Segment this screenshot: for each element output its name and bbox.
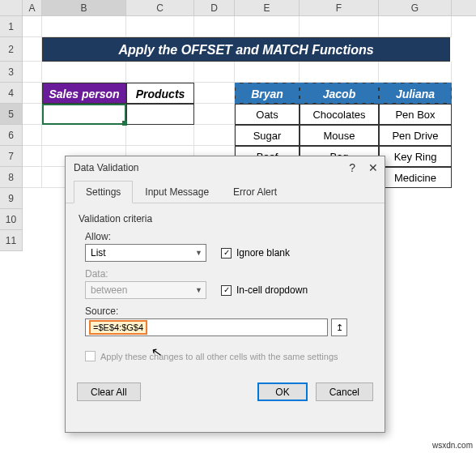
col-header-G[interactable]: G [379,0,452,15]
data-cell[interactable]: Mouse [300,125,379,146]
cell[interactable] [23,146,42,167]
data-dropdown: between ▼ [85,281,206,299]
cell[interactable] [194,104,235,125]
data-cell[interactable]: Chocolates [300,104,379,125]
allow-label: Allow: [85,231,372,242]
watermark: wsxdn.com [432,441,473,450]
apply-checkbox [85,351,96,361]
cell[interactable] [42,16,126,37]
cell[interactable] [42,62,126,83]
dialog-title-text: Data Validation [74,162,139,173]
row-header-8[interactable]: 8 [0,167,23,188]
cell[interactable] [126,62,194,83]
cell[interactable] [126,125,194,146]
row-header-6[interactable]: 6 [0,125,23,146]
header-bryan[interactable]: Bryan [235,83,300,104]
row-header-2[interactable]: 2 [0,37,23,62]
col-header-F[interactable]: F [300,0,379,15]
allow-value: List [91,247,106,259]
cell[interactable] [300,62,379,83]
cell[interactable] [379,62,452,83]
source-label: Source: [85,306,372,317]
dialog-tabs: Settings Input Message Error Alert [66,181,385,203]
col-header-C[interactable]: C [126,0,194,15]
cell[interactable] [126,16,194,37]
ok-button[interactable]: OK [257,382,307,401]
ignore-blank-label: Ignore blank [236,247,290,259]
tab-input-message[interactable]: Input Message [133,181,221,203]
cell[interactable] [23,167,42,188]
cancel-button[interactable]: Cancel [316,382,373,401]
cursor-icon: ↖ [150,344,163,361]
row-header-7[interactable]: 7 [0,146,23,167]
cell[interactable] [194,83,235,104]
data-cell[interactable]: Key Ring [379,146,452,167]
row-header-4[interactable]: 4 [0,83,23,104]
row-header-9[interactable]: 9 [0,188,23,209]
source-input[interactable]: =$E$4:$G$4 [85,318,328,336]
source-value: =$E$4:$G$4 [89,320,147,335]
row-header-5[interactable]: 5 [0,104,23,125]
data-cell[interactable]: Medicine [379,167,452,188]
close-icon[interactable]: ✕ [368,161,378,174]
cell[interactable] [42,125,126,146]
cell[interactable] [194,62,235,83]
tab-settings[interactable]: Settings [74,181,133,203]
cell[interactable] [23,62,42,83]
col-header-B[interactable]: B [42,0,126,15]
cell[interactable] [23,16,42,37]
data-validation-dialog: Data Validation ? ✕ Settings Input Messa… [65,156,385,433]
cell[interactable] [235,62,300,83]
range-selector-button[interactable]: ↥ [331,318,347,336]
col-header-A[interactable]: A [23,0,42,15]
cell[interactable] [23,125,42,146]
row-header-11[interactable]: 11 [0,230,23,251]
checkbox-icon: ✓ [221,248,232,259]
header-sales-person[interactable]: Sales person [42,83,126,104]
row-header-10[interactable]: 10 [0,209,23,230]
data-cell[interactable]: Pen Drive [379,125,452,146]
incell-dropdown-checkbox[interactable]: ✓ In-cell dropdown [221,284,308,296]
help-icon[interactable]: ? [349,161,355,174]
selected-cell-B5[interactable] [42,104,126,125]
dialog-titlebar[interactable]: Data Validation ? ✕ [66,156,385,181]
cell[interactable] [194,16,235,37]
header-jacob[interactable]: Jacob [300,83,379,104]
header-juliana[interactable]: Juliana [379,83,452,104]
cell[interactable] [23,37,42,62]
cell[interactable] [379,16,452,37]
apply-text: Apply these changes to all other cells w… [100,352,338,361]
allow-dropdown[interactable]: List ▼ [85,244,206,262]
data-cell[interactable]: Oats [235,104,300,125]
cell[interactable] [194,125,235,146]
column-headers: A B C D E F G [0,0,476,16]
data-cell[interactable]: Sugar [235,125,300,146]
tab-error-alert[interactable]: Error Alert [221,181,289,203]
chevron-down-icon: ▼ [195,286,202,294]
cell[interactable] [23,104,42,125]
col-header-E[interactable]: E [235,0,300,15]
ignore-blank-checkbox[interactable]: ✓ Ignore blank [221,247,290,259]
data-label: Data: [85,268,372,280]
data-cell[interactable]: Pen Box [379,104,452,125]
chevron-down-icon: ▼ [195,249,202,257]
data-value: between [91,284,127,296]
cell[interactable] [300,16,379,37]
select-all-corner[interactable] [0,0,23,15]
col-header-D[interactable]: D [194,0,235,15]
cell[interactable] [23,83,42,104]
row-header-3[interactable]: 3 [0,62,23,83]
clear-all-button[interactable]: Clear All [77,382,141,401]
row-header-1[interactable]: 1 [0,16,23,37]
cell[interactable] [126,104,194,125]
banner-title: Apply the OFFSET and MATCH Functions [42,37,450,62]
incell-dropdown-label: In-cell dropdown [236,284,308,296]
range-icon: ↥ [336,323,343,333]
cell[interactable] [235,16,300,37]
checkbox-icon: ✓ [221,285,232,296]
validation-criteria-label: Validation criteria [79,213,372,224]
header-products[interactable]: Products [126,83,194,104]
